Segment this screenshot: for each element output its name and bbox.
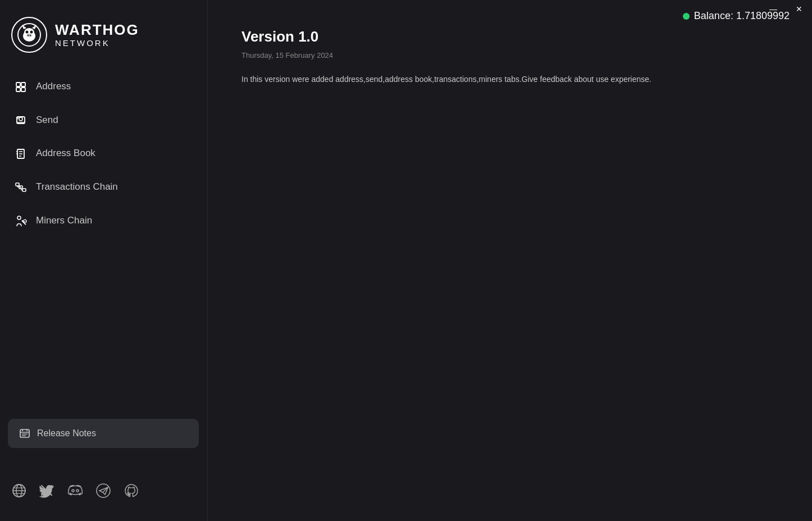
minimize-button[interactable]: — <box>760 0 786 18</box>
release-notes-icon <box>19 428 30 439</box>
logo-area: WARTHOG NETWORK <box>0 11 207 70</box>
svg-point-4 <box>30 31 33 34</box>
release-notes-label: Release Notes <box>37 428 96 438</box>
svg-rect-11 <box>30 37 31 40</box>
svg-point-47 <box>76 490 79 492</box>
sidebar-item-send-label: Send <box>36 115 58 126</box>
svg-rect-14 <box>16 88 20 92</box>
svg-point-3 <box>26 31 29 34</box>
address-icon <box>13 80 28 93</box>
svg-rect-26 <box>16 183 19 186</box>
svg-rect-35 <box>20 429 29 437</box>
sidebar-item-send[interactable]: Send <box>0 103 207 137</box>
sidebar-item-address-label: Address <box>36 81 71 92</box>
release-notes-button[interactable]: Release Notes <box>8 419 199 448</box>
sidebar-item-transactions-chain-label: Transactions Chain <box>36 181 118 193</box>
discord-icon[interactable] <box>67 482 83 499</box>
sidebar-item-transactions-chain[interactable]: Transactions Chain <box>0 170 207 204</box>
version-date: Thursday, 15 February 2024 <box>241 51 778 60</box>
svg-point-33 <box>17 216 21 220</box>
version-title: Version 1.0 <box>241 28 778 45</box>
svg-rect-10 <box>28 37 29 40</box>
svg-point-46 <box>72 490 74 492</box>
main-content: Balance: 1.71809992 Version 1.0 Thursday… <box>208 0 812 521</box>
svg-point-7 <box>30 35 31 36</box>
svg-point-17 <box>19 117 22 121</box>
twitter-icon[interactable] <box>39 482 55 499</box>
github-icon[interactable] <box>124 482 139 499</box>
app-container: — ✕ <box>0 0 812 521</box>
sidebar-item-miners-chain[interactable]: Miners Chain <box>0 204 207 237</box>
svg-rect-12 <box>16 83 20 86</box>
sidebar-item-address-book-label: Address Book <box>36 148 95 159</box>
close-button[interactable]: ✕ <box>786 0 812 18</box>
logo-icon <box>11 17 47 53</box>
sidebar-item-miners-chain-label: Miners Chain <box>36 215 92 226</box>
sidebar-item-address-book[interactable]: Address Book <box>0 136 207 170</box>
version-description: In this version were added address,send,… <box>241 73 747 86</box>
sidebar: WARTHOG NETWORK Address <box>0 0 208 521</box>
balance-status-dot <box>683 13 690 20</box>
send-icon <box>13 113 28 127</box>
logo-brand: WARTHOG <box>55 22 139 38</box>
svg-point-5 <box>26 34 32 38</box>
social-bar <box>11 482 139 499</box>
svg-rect-13 <box>21 83 25 86</box>
miners-chain-icon <box>13 214 28 227</box>
logo-text: WARTHOG NETWORK <box>55 22 139 48</box>
logo-subtitle: NETWORK <box>55 38 139 48</box>
svg-point-18 <box>17 117 19 119</box>
telegram-icon[interactable] <box>95 482 111 499</box>
svg-point-6 <box>28 35 29 36</box>
sidebar-item-address[interactable]: Address <box>0 70 207 103</box>
transactions-chain-icon <box>13 180 28 194</box>
website-icon[interactable] <box>11 482 27 499</box>
svg-rect-28 <box>22 189 26 191</box>
title-bar: — ✕ <box>760 0 812 18</box>
address-book-icon <box>13 147 28 160</box>
svg-rect-15 <box>21 88 25 92</box>
